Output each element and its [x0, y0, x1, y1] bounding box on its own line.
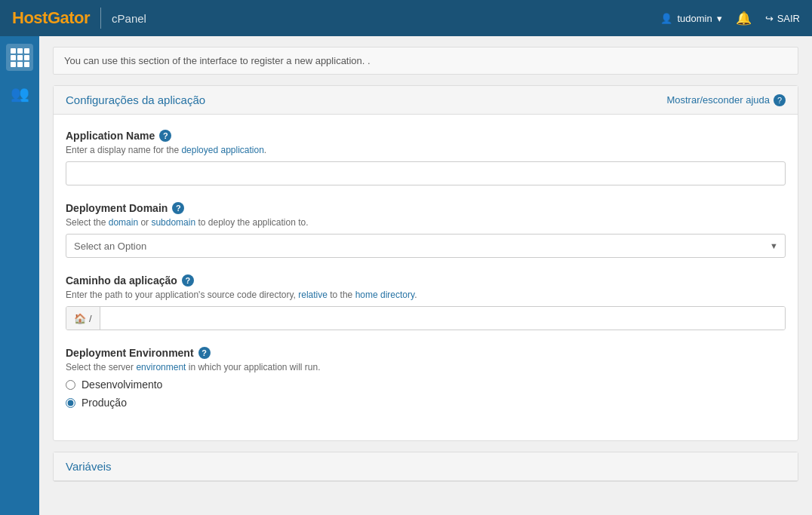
deployment-env-label: Deployment Environment ? — [66, 347, 786, 359]
app-path-prefix: 🏠 / — [66, 307, 100, 330]
layout: 👥 You can use this section of the interf… — [0, 36, 812, 515]
hint-domain-link: domain — [109, 217, 138, 228]
header-divider — [100, 8, 101, 29]
hint-env-link: environment — [136, 362, 186, 372]
deployment-domain-select-wrapper: Select an Option ▼ — [66, 234, 786, 258]
user-menu[interactable]: 👤 tudomin ▾ — [660, 13, 721, 24]
grid-icon — [11, 48, 29, 67]
app-path-input-group: 🏠 / — [66, 306, 786, 330]
deployment-domain-label: Deployment Domain ? — [66, 202, 786, 214]
help-toggle-label: Mostrar/esconder ajuda — [666, 94, 770, 106]
variables-card-header: Variáveis — [54, 452, 798, 481]
home-icon: 🏠 — [74, 313, 86, 324]
deployment-domain-label-text: Deployment Domain — [66, 202, 168, 214]
config-card-body: Application Name ? Enter a display name … — [54, 115, 798, 440]
user-icon: 👤 — [660, 13, 672, 24]
user-dropdown-icon: ▾ — [717, 13, 722, 24]
sidebar-item-grid[interactable] — [6, 44, 33, 71]
deployment-env-hint: Select the server environment in which y… — [66, 362, 786, 372]
app-name-label: Application Name ? — [66, 130, 786, 142]
header-right: 👤 tudomin ▾ 🔔 ↪ SAIR — [660, 11, 800, 26]
sidebar-item-users[interactable]: 👥 — [6, 80, 33, 107]
app-name-hint-link: deployed application — [181, 145, 263, 155]
deployment-domain-hint: Select the domain or subdomain to deploy… — [66, 217, 786, 228]
users-icon: 👥 — [11, 84, 29, 103]
info-bar: You can use this section of the interfac… — [53, 47, 798, 75]
env-production-radio[interactable] — [66, 398, 75, 408]
logo-gator: Gator — [48, 8, 90, 27]
logo: HostGator — [12, 8, 90, 28]
deployment-domain-help-icon[interactable]: ? — [172, 202, 184, 214]
deployment-env-group: Deployment Environment ? Select the serv… — [66, 347, 786, 409]
help-toggle-icon: ? — [774, 94, 786, 106]
exit-label: SAIR — [777, 13, 800, 24]
env-production-label: Produção — [82, 397, 127, 409]
app-name-input[interactable] — [66, 161, 786, 185]
main-content: You can use this section of the interfac… — [39, 36, 812, 515]
exit-icon: ↪ — [765, 13, 774, 24]
app-path-label: Caminho da aplicação ? — [66, 274, 786, 287]
deployment-env-help-icon[interactable]: ? — [198, 347, 211, 359]
cpanel-label: cPanel — [112, 12, 146, 25]
env-development-option[interactable]: Desenvolvimento — [66, 379, 786, 391]
logo-host: Host — [12, 8, 48, 27]
deployment-env-radio-group: Desenvolvimento Produção — [66, 379, 786, 409]
config-card: Configurações da aplicação Mostrar/escon… — [53, 85, 798, 441]
username: tudomin — [677, 13, 712, 24]
env-production-option[interactable]: Produção — [66, 397, 786, 409]
deployment-domain-group: Deployment Domain ? Select the domain or… — [66, 202, 786, 258]
hint-relative-link: relative — [298, 290, 328, 300]
env-development-label: Desenvolvimento — [82, 379, 162, 391]
app-name-help-icon[interactable]: ? — [159, 130, 171, 142]
app-path-label-text: Caminho da aplicação — [66, 274, 177, 287]
help-toggle-link[interactable]: Mostrar/esconder ajuda ? — [666, 94, 786, 106]
app-path-input[interactable] — [100, 307, 785, 330]
config-card-header: Configurações da aplicação Mostrar/escon… — [54, 86, 798, 115]
info-text: You can use this section of the interfac… — [64, 55, 371, 66]
deployment-domain-select[interactable]: Select an Option — [66, 234, 786, 258]
app-name-label-text: Application Name — [66, 130, 155, 142]
hint-home-link: home directory — [355, 290, 414, 300]
hint-subdomain-link: subdomain — [151, 217, 195, 228]
header: HostGator cPanel 👤 tudomin ▾ 🔔 ↪ SAIR — [0, 0, 812, 36]
env-development-radio[interactable] — [66, 380, 75, 390]
logout-button[interactable]: ↪ SAIR — [765, 13, 800, 24]
app-name-group: Application Name ? Enter a display name … — [66, 130, 786, 185]
app-path-hint: Enter the path to your application's sou… — [66, 290, 786, 300]
variables-card-title: Variáveis — [66, 460, 112, 473]
sidebar: 👥 — [0, 36, 39, 515]
deployment-env-label-text: Deployment Environment — [66, 347, 194, 359]
notifications-button[interactable]: 🔔 — [736, 11, 752, 26]
app-path-help-icon[interactable]: ? — [182, 274, 194, 287]
variables-card: Variáveis — [53, 452, 798, 482]
app-name-hint: Enter a display name for the deployed ap… — [66, 145, 786, 155]
path-separator: / — [89, 313, 92, 324]
app-path-group: Caminho da aplicação ? Enter the path to… — [66, 274, 786, 330]
config-card-title: Configurações da aplicação — [66, 93, 205, 106]
